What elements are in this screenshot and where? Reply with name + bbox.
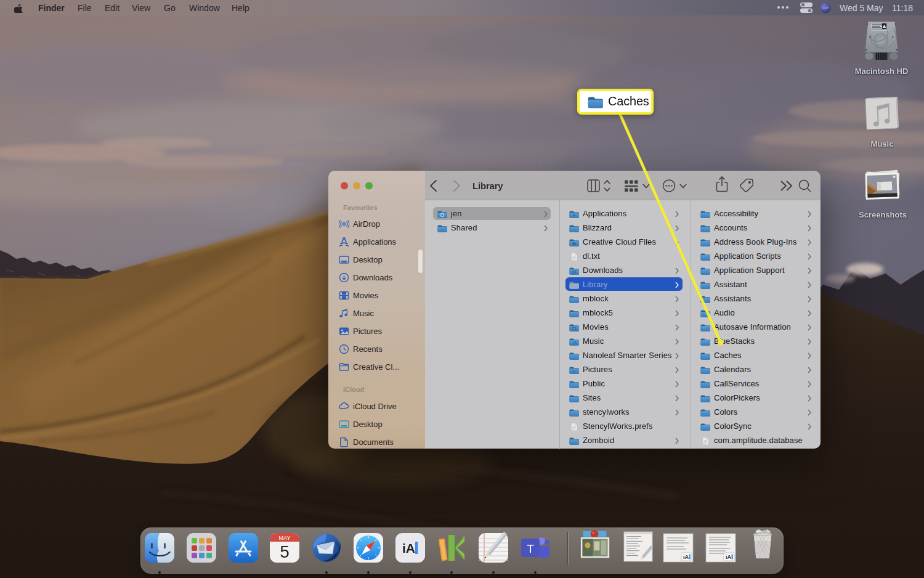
svg-text:iA: iA [726,554,732,560]
svg-text:iA: iA [683,554,689,560]
svg-text:iA: iA [402,541,415,555]
svg-text:5: 5 [280,542,290,561]
svg-text:MAY: MAY [279,535,291,541]
svg-text:T: T [527,542,534,555]
